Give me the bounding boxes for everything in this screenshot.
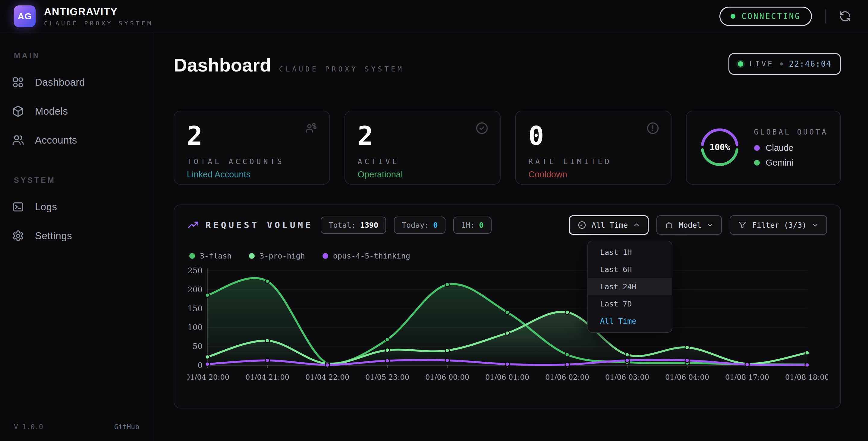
claude-dot: [754, 145, 760, 151]
stat-value: 0: [528, 122, 658, 149]
quota-legend-claude: Claude: [754, 143, 828, 153]
live-separator-dot: [780, 62, 783, 65]
stat-card-active: 2 ACTIVE Operational: [344, 111, 501, 185]
sidebar-item-label: Accounts: [35, 135, 77, 146]
legend-label: 3-pro-high: [259, 252, 305, 260]
time-range-label: All Time: [592, 221, 628, 230]
svg-text:01/04 22:00: 01/04 22:00: [305, 373, 349, 382]
connection-status-badge: CONNECTING: [719, 7, 812, 26]
chevron-down-icon: [812, 222, 818, 228]
pill-value: 1390: [360, 221, 378, 230]
brand-subtitle: CLAUDE PROXY SYSTEM: [44, 20, 153, 27]
page-title: Dashboard: [174, 54, 271, 76]
live-status-badge: LIVE 22:46:04: [728, 53, 841, 75]
header-right: CONNECTING: [719, 7, 851, 26]
stat-subtext: Cooldown: [528, 170, 658, 179]
series-dot: [189, 253, 195, 259]
users-icon: [305, 122, 318, 136]
stat-card-total-accounts: 2 TOTAL ACCOUNTS Linked Accounts: [174, 111, 330, 185]
stat-label: ACTIVE: [358, 157, 488, 166]
chevron-up-icon: [633, 222, 640, 228]
refresh-icon: [839, 10, 851, 22]
app-version: V 1.0.0: [14, 423, 43, 431]
svg-text:01/08 18:00: 01/08 18:00: [785, 373, 828, 382]
svg-text:01/06 04:00: 01/06 04:00: [665, 373, 709, 382]
sidebar-item-models[interactable]: Models: [12, 97, 154, 126]
svg-text:100: 100: [187, 323, 203, 332]
svg-text:01/06 01:00: 01/06 01:00: [485, 373, 529, 382]
svg-text:0: 0: [197, 361, 203, 370]
stat-subtext: Operational: [358, 170, 488, 179]
model-dropdown-button[interactable]: Model: [656, 215, 722, 235]
sidebar-section-system: SYSTEM: [14, 176, 154, 185]
menu-item-last-7d[interactable]: Last 7D: [588, 295, 672, 313]
live-dot: [738, 61, 743, 67]
quota-ring-chart: 100%: [699, 126, 741, 170]
stat-value: 2: [187, 122, 317, 149]
sidebar: MAIN Dashboard Models Accounts SYSTEM: [0, 33, 154, 441]
svg-text:250: 250: [187, 266, 203, 275]
sidebar-item-accounts[interactable]: Accounts: [12, 126, 154, 155]
svg-text:200: 200: [187, 285, 203, 294]
svg-text:150: 150: [187, 304, 203, 313]
quota-legend-gemini: Gemini: [754, 158, 828, 168]
series-dot: [249, 253, 255, 259]
time-range-menu: Last 1H Last 6H Last 24H Last 7D All Tim…: [587, 241, 673, 333]
svg-text:01/06 00:00: 01/06 00:00: [425, 373, 469, 382]
chart-title: REQUEST VOLUME: [206, 220, 313, 230]
svg-text:01/05 23:00: 01/05 23:00: [365, 373, 409, 382]
refresh-button[interactable]: [839, 10, 851, 22]
brand: AG ANTIGRAVITY CLAUDE PROXY SYSTEM: [14, 5, 153, 27]
alert-circle-icon: [646, 122, 659, 136]
gear-icon: [12, 230, 24, 242]
stat-subtext: Linked Accounts: [187, 170, 317, 179]
main-content: Dashboard CLAUDE PROXY SYSTEM LIVE 22:46…: [154, 33, 868, 441]
filter-label: Filter (3/3): [752, 221, 807, 230]
pill-label: 1H:: [461, 221, 475, 230]
live-label: LIVE: [749, 60, 774, 68]
app-root: AG ANTIGRAVITY CLAUDE PROXY SYSTEM CONNE…: [0, 0, 868, 441]
layout-grid-icon: [12, 76, 24, 88]
quota-title: GLOBAL QUOTA: [754, 128, 828, 136]
github-link[interactable]: GitHub: [114, 423, 139, 431]
clock-icon: [578, 221, 586, 229]
funnel-icon: [738, 221, 747, 229]
connection-status-dot: [731, 14, 735, 19]
sidebar-footer: V 1.0.0 GitHub: [0, 423, 154, 431]
pill-label: Total:: [329, 221, 355, 230]
page-header: Dashboard CLAUDE PROXY SYSTEM LIVE 22:46…: [174, 54, 841, 76]
filter-dropdown-button[interactable]: Filter (3/3): [730, 215, 827, 235]
today-count-pill: Today: 0: [394, 216, 445, 234]
global-quota-card: 100% GLOBAL QUOTA Claude Gemini: [686, 111, 841, 185]
svg-text:50: 50: [193, 342, 203, 351]
menu-item-last-6h[interactable]: Last 6H: [588, 261, 672, 278]
sidebar-item-logs[interactable]: Logs: [12, 193, 154, 222]
legend-label: 3-flash: [200, 252, 231, 260]
menu-item-all-time[interactable]: All Time: [588, 313, 672, 330]
volume-chart-svg: 05010015020025001/04 20:0001/04 21:0001/…: [187, 266, 828, 388]
time-range-dropdown-button[interactable]: All Time: [569, 215, 649, 235]
sidebar-item-label: Settings: [35, 230, 72, 242]
sidebar-item-settings[interactable]: Settings: [12, 222, 154, 251]
box-icon: [665, 221, 673, 229]
menu-item-last-1h[interactable]: Last 1H: [588, 244, 672, 261]
svg-text:01/06 02:00: 01/06 02:00: [545, 373, 589, 382]
stat-value: 2: [358, 122, 488, 149]
model-label: Model: [679, 221, 701, 230]
svg-text:01/06 03:00: 01/06 03:00: [605, 373, 649, 382]
brand-logo-text: AG: [18, 11, 32, 22]
total-count-pill: Total: 1390: [321, 216, 386, 234]
chart-area: 05010015020025001/04 20:0001/04 21:0001/…: [187, 266, 827, 389]
series-dot: [322, 253, 328, 259]
quota-legend-label: Claude: [766, 143, 794, 153]
sidebar-item-dashboard[interactable]: Dashboard: [12, 68, 154, 97]
sidebar-item-label: Dashboard: [35, 77, 85, 88]
chart-header: REQUEST VOLUME Total: 1390 Today: 0 1H: …: [187, 215, 827, 235]
live-clock: 22:46:04: [789, 59, 832, 68]
menu-item-last-24h[interactable]: Last 24H: [588, 278, 672, 295]
stat-card-rate-limited: 0 RATE LIMITED Cooldown: [515, 111, 672, 185]
stat-label: RATE LIMITED: [528, 157, 658, 166]
quota-legend-label: Gemini: [766, 158, 794, 168]
svg-text:01/04 21:00: 01/04 21:00: [245, 373, 289, 382]
chart-controls: All Time Model: [569, 215, 827, 235]
